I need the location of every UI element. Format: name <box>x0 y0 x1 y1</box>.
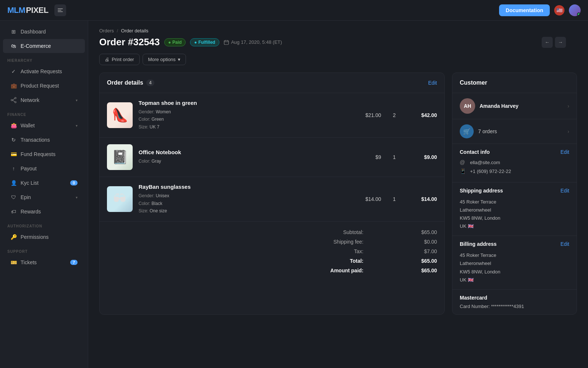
sidebar-item-permissions[interactable]: 🔑 Permissions <box>3 230 85 244</box>
credit-card-icon: 💳 <box>10 151 17 158</box>
totals-section: Subtotal: $65.00 Shipping fee: $0.00 Tax… <box>100 222 444 281</box>
customer-avatar: AH <box>460 98 475 114</box>
sidebar-item-ecommerce[interactable]: 🛍 E-Commerce <box>3 39 85 53</box>
content-grid: Order details 4 Edit 👠 Topman shoe in gr… <box>88 72 588 326</box>
amount-paid-value: $65.00 <box>408 268 437 273</box>
sidebar-item-network[interactable]: Network ▾ <box>3 93 85 107</box>
sidebar-label-activate-requests: Activate Requests <box>21 68 78 74</box>
orders-chevron-icon: › <box>567 128 569 134</box>
item-image-sunglasses: 🕶 <box>107 186 133 212</box>
contact-title: Contact info <box>460 149 490 155</box>
billing-line4: UK 🇬🇧 <box>460 277 474 283</box>
shipping-line3: KW5 8NW, London <box>460 215 501 221</box>
amount-paid-label: Amount paid: <box>330 268 363 273</box>
refresh-icon: ↻ <box>10 137 17 143</box>
sidebar-item-tickets[interactable]: 🎫 Tickets 7 <box>3 255 85 269</box>
sidebar-item-fund-requests[interactable]: 💳 Fund Requests <box>3 147 85 161</box>
customer-orders-row[interactable]: 🛒 7 orders › <box>452 119 577 144</box>
main-layout: ⊞ Dashboard 🛍 E-Commerce HIERARCHY ✓ Act… <box>0 21 588 368</box>
tickets-badge: 7 <box>70 260 78 265</box>
panel-header: Order details 4 Edit <box>100 73 444 93</box>
item-attr-notebook: Color: Gray <box>139 158 346 165</box>
order-date-text: Aug 17, 2020, 5:48 (ET) <box>231 39 282 45</box>
customer-name-row[interactable]: AH Amanda Harvey › <box>452 93 577 119</box>
sidebar-item-payout[interactable]: ↑ Payout <box>3 162 85 176</box>
subtotal-row: Subtotal: $65.00 <box>107 227 437 237</box>
check-icon: ✓ <box>10 68 17 75</box>
paid-badge: ●Paid <box>164 38 186 46</box>
svg-point-4 <box>15 102 16 103</box>
sidebar-section-authorization: AUTHORIZATION <box>0 219 88 230</box>
sidebar-item-transactions[interactable]: ↻ Transactions <box>3 133 85 147</box>
actions-bar: 🖨 Print order More options ▾ <box>88 54 588 72</box>
svg-rect-2 <box>58 11 63 12</box>
calendar-icon <box>224 40 229 45</box>
breadcrumb-separator: / <box>117 28 118 33</box>
sidebar-label-fund-requests: Fund Requests <box>21 151 78 157</box>
sidebar-label-rewards: Rewards <box>21 209 78 215</box>
svg-point-5 <box>11 99 12 101</box>
sidebar-item-epin[interactable]: 🛡 Epin ▾ <box>3 190 85 204</box>
collapse-icon <box>58 8 63 13</box>
sidebar-item-product-request[interactable]: 💼 Product Request <box>3 79 85 93</box>
next-order-button[interactable]: → <box>555 37 566 48</box>
item-details-sunglasses: RayBan sunglasses Gender: Unisex Color: … <box>139 184 346 215</box>
print-order-button[interactable]: 🖨 Print order <box>99 54 140 65</box>
sidebar-item-dashboard[interactable]: ⊞ Dashboard <box>3 25 85 39</box>
email-value: ella@site.com <box>470 160 500 165</box>
shipping-row: Shipping fee: $0.00 <box>107 237 437 247</box>
sidebar-item-wallet[interactable]: 👛 Wallet ▾ <box>3 118 85 132</box>
contact-title-row: Contact info Edit <box>460 149 569 155</box>
subtotal-value: $65.00 <box>408 229 437 235</box>
sidebar-item-kyc[interactable]: 👤 Kyc List 0 <box>3 176 85 190</box>
item-details-shoe: Topman shoe in green Gender: Women Color… <box>139 100 346 131</box>
order-count-badge: 4 <box>146 79 155 86</box>
grid-icon: ⊞ <box>10 28 17 35</box>
kyc-badge: 0 <box>70 180 78 185</box>
online-status-dot <box>577 13 581 16</box>
topbar: MLMPIXEL Documentation 🇺🇸 <box>0 0 588 21</box>
user-icon: 👤 <box>10 180 17 186</box>
shipping-edit-button[interactable]: Edit <box>560 188 569 194</box>
billing-edit-button[interactable]: Edit <box>560 241 569 247</box>
more-options-button[interactable]: More options ▾ <box>143 54 186 65</box>
amount-paid-row: Amount paid: $65.00 <box>107 266 437 275</box>
item-qty-notebook: 1 <box>387 154 402 160</box>
documentation-button[interactable]: Documentation <box>499 4 550 16</box>
item-qty-sunglasses: 1 <box>387 196 402 202</box>
svg-rect-1 <box>58 10 61 11</box>
subtotal-label: Subtotal: <box>343 229 363 235</box>
breadcrumb-current: Order details <box>121 28 148 33</box>
prev-order-button[interactable]: ← <box>542 37 553 48</box>
tax-row: Tax: $7.00 <box>107 247 437 256</box>
order-header: Order #32543 ●Paid ●Fulfilled Aug 17, 20… <box>88 36 588 54</box>
shipping-title-row: Shipping address Edit <box>460 188 569 194</box>
billing-line1: 45 Roker Terrace <box>460 252 496 258</box>
printer-icon: 🖨 <box>105 57 110 62</box>
breadcrumb-orders-link[interactable]: Orders <box>99 28 114 33</box>
sidebar-label-product-request: Product Request <box>21 83 78 89</box>
share-icon <box>10 97 17 103</box>
billing-line3: KW5 8NW, London <box>460 269 501 275</box>
order-item-shoe: 👠 Topman shoe in green Gender: Women Col… <box>100 93 444 138</box>
billing-title: Billing address <box>460 241 496 247</box>
shipping-line1: 45 Roker Terrace <box>460 199 496 205</box>
key-icon: 🔑 <box>10 234 17 240</box>
contact-edit-button[interactable]: Edit <box>560 149 569 155</box>
total-value: $65.00 <box>408 258 437 264</box>
flag-icon[interactable]: 🇺🇸 <box>554 5 564 15</box>
item-name-sunglasses: RayBan sunglasses <box>139 184 346 190</box>
svg-rect-8 <box>224 40 229 45</box>
payout-icon: ↑ <box>10 165 17 172</box>
main-content: Orders / Order details Order #32543 ●Pai… <box>88 21 588 368</box>
sidebar-item-rewards[interactable]: 🏷 Rewards <box>3 205 85 219</box>
user-avatar[interactable] <box>569 4 581 16</box>
shield-icon: 🛡 <box>10 194 17 201</box>
sidebar-item-activate-requests[interactable]: ✓ Activate Requests <box>3 64 85 78</box>
shipping-section: Shipping address Edit 45 Roker Terrace L… <box>452 183 577 236</box>
order-edit-button[interactable]: Edit <box>428 80 437 86</box>
item-attr-sunglasses: Gender: Unisex Color: Black Size: One si… <box>139 192 346 215</box>
fulfilled-badge: ●Fulfilled <box>190 38 219 46</box>
billing-line2: Latheronwheel <box>460 261 491 266</box>
collapse-sidebar-button[interactable] <box>54 4 66 16</box>
